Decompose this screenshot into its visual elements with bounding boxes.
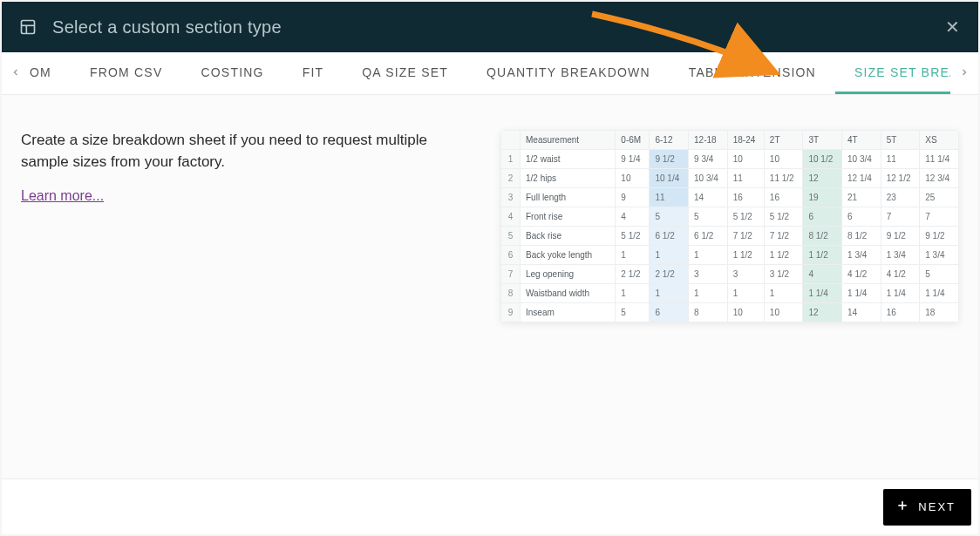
next-button[interactable]: NEXT	[883, 489, 971, 526]
tab-fit[interactable]: FIT	[283, 52, 344, 94]
tabs-scroll-right[interactable]	[950, 52, 978, 94]
tab-from-csv[interactable]: FROM CSV	[71, 52, 182, 94]
table-row: 9Inseam568101012141618	[501, 303, 959, 322]
plus-icon	[895, 499, 909, 515]
preview-column: Measurement0-6M6-1212-1818-242T3T4T5TXS1…	[500, 130, 959, 461]
col-header: 0-6M	[616, 131, 650, 150]
col-header: XS	[920, 131, 959, 150]
svg-rect-0	[22, 21, 35, 34]
dialog-header: Select a custom section type ✕	[2, 2, 978, 52]
learn-more-link[interactable]: Learn more...	[21, 188, 104, 204]
tab-quantity-breakdown[interactable]: QUANTITY BREAKDOWN	[467, 52, 670, 94]
table-row: 7Leg opening2 1/22 1/2333 1/244 1/24 1/2…	[501, 265, 959, 284]
table-row: 3Full length91114161619212325	[501, 188, 959, 207]
tab-costing[interactable]: COSTING	[181, 52, 282, 94]
chevron-left-icon	[10, 65, 21, 81]
col-header: Measurement	[521, 131, 616, 150]
col-header: 2T	[764, 131, 803, 150]
table-row: 6Back yoke length1111 1/21 1/21 1/21 3/4…	[501, 246, 959, 265]
close-icon: ✕	[945, 17, 960, 37]
preview-table: Measurement0-6M6-1212-1818-242T3T4T5TXS1…	[500, 130, 959, 322]
tabs-scroll-left[interactable]	[2, 52, 30, 94]
table-row: 8Waistband width111111 1/41 1/41 1/41 1/…	[501, 284, 959, 303]
table-row: 11/2 waist9 1/49 1/29 3/4101010 1/210 3/…	[501, 150, 959, 169]
section-description: Create a size breakdown sheet if you nee…	[21, 130, 474, 173]
section-type-dialog: Select a custom section type ✕ OMFROM CS…	[2, 2, 978, 534]
tabs: OMFROM CSVCOSTINGFITQA SIZE SETQUANTITY …	[2, 52, 978, 94]
preview-table-card: Measurement0-6M6-1212-1818-242T3T4T5TXS1…	[500, 130, 959, 322]
tab-table-extension[interactable]: TABLE EXTENSION	[670, 52, 835, 94]
col-header: 18-24	[727, 131, 764, 150]
col-header: 6-12	[650, 131, 689, 150]
preview-fade	[500, 391, 959, 461]
col-header: 5T	[881, 131, 920, 150]
table-row: 5Back rise5 1/26 1/26 1/27 1/27 1/28 1/2…	[501, 227, 959, 246]
col-header: 4T	[842, 131, 881, 150]
description-column: Create a size breakdown sheet if you nee…	[21, 130, 474, 461]
next-label: NEXT	[918, 500, 956, 513]
tab-om[interactable]: OM	[30, 52, 71, 94]
table-row: 21/2 hips1010 1/410 3/41111 1/21212 1/41…	[501, 169, 959, 188]
dialog-title: Select a custom section type	[52, 17, 282, 37]
close-button[interactable]: ✕	[940, 15, 964, 39]
tab-qa-size-set[interactable]: QA SIZE SET	[343, 52, 467, 94]
table-row: 4Front rise4555 1/25 1/26677	[501, 207, 959, 227]
dialog-footer: NEXT	[2, 478, 978, 534]
col-header: 3T	[803, 131, 842, 150]
layout-icon	[19, 18, 37, 36]
chevron-right-icon	[959, 65, 970, 81]
dialog-body: Create a size breakdown sheet if you nee…	[2, 95, 978, 478]
col-header: 12-18	[689, 131, 728, 150]
tabs-strip: OMFROM CSVCOSTINGFITQA SIZE SETQUANTITY …	[2, 52, 978, 95]
